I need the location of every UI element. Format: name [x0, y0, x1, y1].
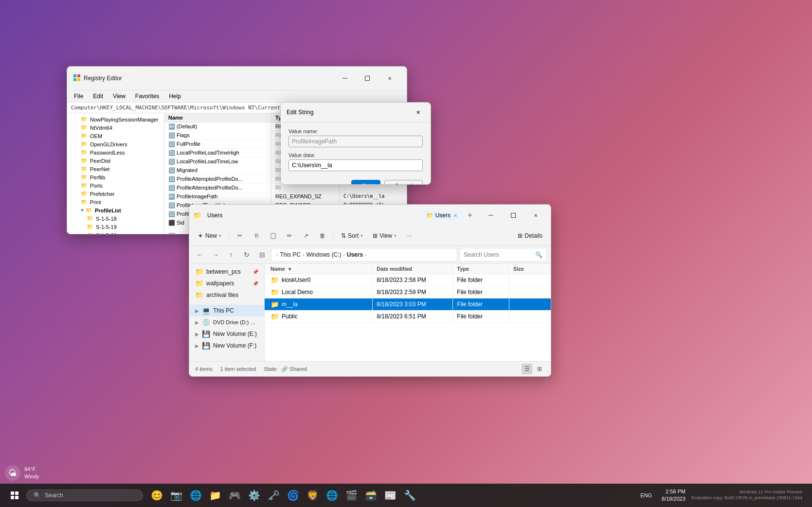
toolbar-new-btn[interactable]: ✦ New ▾ — [193, 229, 226, 242]
explorer-maximize-btn[interactable] — [502, 208, 524, 223]
registry-close-btn[interactable]: ✕ — [379, 70, 401, 86]
toolbar-rename-btn[interactable]: ✏ — [282, 228, 297, 244]
explorer-close-btn[interactable]: ✕ — [524, 208, 547, 223]
tree-item-nowplaying[interactable]: 📁NowPlayingSessionManager — [67, 115, 164, 123]
registry-editor-title: Registry Editor — [84, 75, 334, 82]
tree-item-perflib[interactable]: 📁Perflib — [67, 173, 164, 181]
taskbar-icon-app2[interactable]: 📷 — [167, 487, 185, 504]
registry-menu-help[interactable]: Help — [164, 91, 186, 101]
file-explorer-window: 📁 Users 📁 Users ✕ + ✕ — [189, 204, 551, 377]
sidebar-wallpapers[interactable]: 📁 wallpapers 📌 — [189, 278, 264, 289]
col-size: Size — [509, 264, 551, 274]
col-name[interactable]: Name ▾ — [265, 264, 373, 274]
crumb-users[interactable]: Users — [347, 251, 363, 258]
sidebar-this-pc[interactable]: ▶ 💻 This PC — [189, 305, 264, 316]
toolbar-details-btn[interactable]: ⊞ Details — [513, 230, 547, 242]
col-name-header: Name — [164, 113, 271, 122]
tree-item-profilelist[interactable]: ▾📁ProfileList — [67, 206, 164, 214]
toolbar-cut-btn[interactable]: ✂ — [232, 228, 248, 244]
start-button[interactable] — [6, 487, 23, 504]
tree-item-opengldrivers[interactable]: 📁OpenGLDrivers — [67, 140, 164, 148]
file-row-kioskuser0[interactable]: 📁 kioskUser0 8/18/2023 2:58 PM File fold… — [265, 274, 551, 286]
registry-menu-favorites[interactable]: Favorites — [130, 91, 164, 101]
details-view-btn[interactable]: ☰ — [522, 364, 532, 374]
large-icon-view-btn[interactable]: ⊞ — [534, 364, 545, 374]
taskbar-icon-app10[interactable]: 🌐 — [323, 487, 341, 504]
file-row-local-demo[interactable]: 📁 Local Demo 8/18/2023 2:59 PM File fold… — [265, 286, 551, 298]
taskbar-icon-app3[interactable]: 🌐 — [187, 487, 204, 504]
nav-back-btn[interactable]: ← — [193, 248, 207, 262]
edit-string-ok-btn[interactable]: OK — [351, 180, 380, 185]
tree-item-s119[interactable]: 📁S-1-5-19 — [67, 223, 164, 231]
tree-item-peerdist[interactable]: 📁PeerDist — [67, 157, 164, 165]
nav-refresh-btn[interactable]: ↻ — [240, 248, 253, 262]
sidebar-archival-files[interactable]: 📁 archival files — [189, 289, 264, 301]
sidebar-new-volume-e[interactable]: ▶ 💾 New Volume (E:) — [189, 328, 264, 340]
tree-item-s120[interactable]: 📁S-1-5-20 — [67, 231, 164, 234]
taskbar-icon-app13[interactable]: 📰 — [381, 487, 399, 504]
file-row-public[interactable]: 📁 Public 8/18/2023 6:51 PM File folder — [265, 311, 551, 323]
registry-minimize-btn[interactable] — [334, 70, 356, 86]
sidebar-between-pcs[interactable]: 📁 between_pcs 📌 — [189, 266, 264, 278]
registry-menu-file[interactable]: File — [69, 91, 88, 101]
svg-rect-1 — [77, 74, 80, 77]
toolbar-paste-btn[interactable]: 📋 — [265, 228, 281, 244]
taskbar-icon-app9[interactable]: 🦁 — [304, 487, 321, 504]
nav-forward-btn[interactable]: → — [209, 248, 222, 262]
tree-item-ntvdm64[interactable]: 📁NtVdm64 — [67, 123, 164, 132]
value-data-input[interactable] — [289, 159, 423, 171]
reg-value-profileimagepath[interactable]: 🔤 ProfileImagePath REG_EXPAND_SZ C:\User… — [164, 192, 407, 201]
registry-maximize-btn[interactable] — [356, 70, 379, 86]
registry-menu-edit[interactable]: Edit — [88, 91, 108, 101]
explorer-minimize-btn[interactable] — [480, 208, 502, 223]
sidebar-new-volume-f[interactable]: ▶ 💾 New Volume (F:) — [189, 340, 264, 351]
tab-users-label[interactable]: Users — [435, 212, 451, 219]
toolbar-more-btn[interactable]: ··· — [402, 228, 417, 244]
tree-item-ports[interactable]: 📁Ports — [67, 181, 164, 190]
toolbar-sort-btn[interactable]: ⇅ Sort ▾ — [337, 230, 367, 242]
new-tab-btn[interactable]: + — [464, 210, 476, 221]
nav-location-btn[interactable]: ⊟ — [255, 248, 269, 262]
taskbar-clock[interactable]: 2:58 PM 8/18/2023 — [658, 486, 689, 505]
edit-string-titlebar: Edit String ✕ — [281, 103, 431, 122]
sidebar-dvd-drive[interactable]: ▶ 💿 DVD Drive (D:) CCCOMA — [189, 316, 264, 328]
address-bar[interactable]: › This PC › Windows (C:) › Users › — [271, 248, 457, 262]
sidebar-group-header — [189, 301, 264, 305]
taskbar-icon-explorer[interactable]: 📁 — [206, 487, 224, 504]
tree-item-s118[interactable]: 📁S-1-5-18 — [67, 214, 164, 223]
expand-icon: ▶ — [195, 332, 199, 337]
taskbar-icon-app7[interactable]: 🗝️ — [265, 487, 282, 504]
tree-item-prefetcher[interactable]: 📁Prefetcher — [67, 190, 164, 198]
taskbar-icon-app8[interactable]: 🌀 — [284, 487, 302, 504]
edit-string-cancel-btn[interactable]: Cancel — [384, 180, 423, 185]
nav-up-btn[interactable]: ↑ — [224, 248, 238, 262]
taskbar-icon-app5[interactable]: 🎮 — [226, 487, 243, 504]
taskbar-icon-app6[interactable]: ⚙️ — [245, 487, 263, 504]
registry-tree[interactable]: 📁NowPlayingSessionManager 📁NtVdm64 📁OEM … — [67, 113, 164, 234]
taskbar-icon-app12[interactable]: 🗃️ — [362, 487, 379, 504]
taskbar-icon-app11[interactable]: 🎬 — [343, 487, 360, 504]
registry-menu-view[interactable]: View — [108, 91, 130, 101]
search-input[interactable] — [464, 251, 533, 258]
toolbar-delete-btn[interactable]: 🗑 — [315, 228, 330, 244]
taskbar-search[interactable]: 🔍 Search — [26, 490, 143, 501]
reg-value-profile-attempted2[interactable]: 🔢 ProfileAttemptedProfileDo... RI — [164, 184, 407, 192]
tree-item-peernet[interactable]: 📁PeerNet — [67, 165, 164, 173]
value-name-input[interactable] — [289, 136, 423, 147]
windy-widget: 🌤 84°F Windy — [5, 465, 39, 481]
taskbar-icon-app14[interactable]: 🔧 — [401, 487, 418, 504]
tree-item-print[interactable]: 📁Print — [67, 198, 164, 206]
toolbar-view-btn[interactable]: ⊞ View ▾ — [368, 230, 401, 242]
system-tray-icons[interactable]: ENG — [636, 490, 656, 500]
toolbar-copy-btn[interactable]: ⎘ — [249, 228, 264, 244]
toolbar-share-btn[interactable]: ↗ — [298, 228, 314, 244]
crumb-windows-c[interactable]: Windows (C:) — [306, 251, 341, 258]
pin-icon: 📌 — [253, 269, 258, 275]
taskbar-icon-app1[interactable]: 😊 — [148, 487, 165, 504]
tree-item-passwordless[interactable]: 📁PasswordLess — [67, 148, 164, 157]
crumb-this-pc[interactable]: This PC — [280, 251, 301, 258]
file-row-m-la[interactable]: 📁 m__la 8/18/2023 3:03 PM File folder — [265, 298, 551, 311]
col-type: Type — [453, 264, 509, 274]
tree-item-oem[interactable]: 📁OEM — [67, 132, 164, 140]
edit-string-close-btn[interactable]: ✕ — [411, 105, 425, 119]
